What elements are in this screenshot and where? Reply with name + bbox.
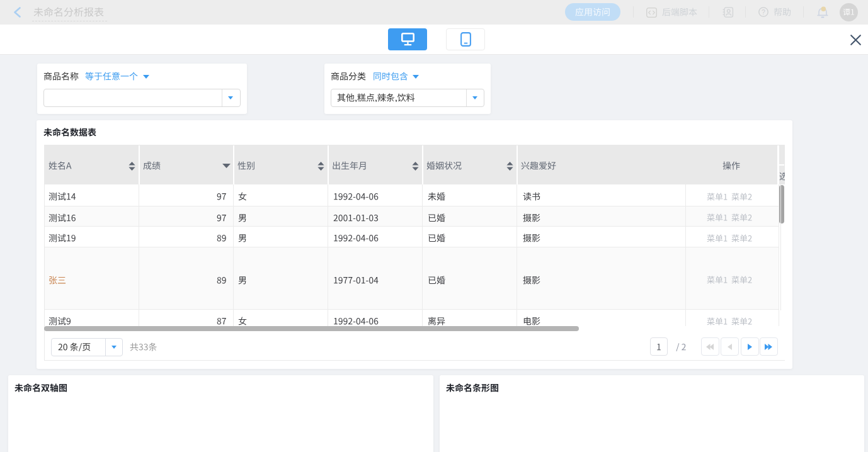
svg-text:?: ? <box>762 8 765 16</box>
